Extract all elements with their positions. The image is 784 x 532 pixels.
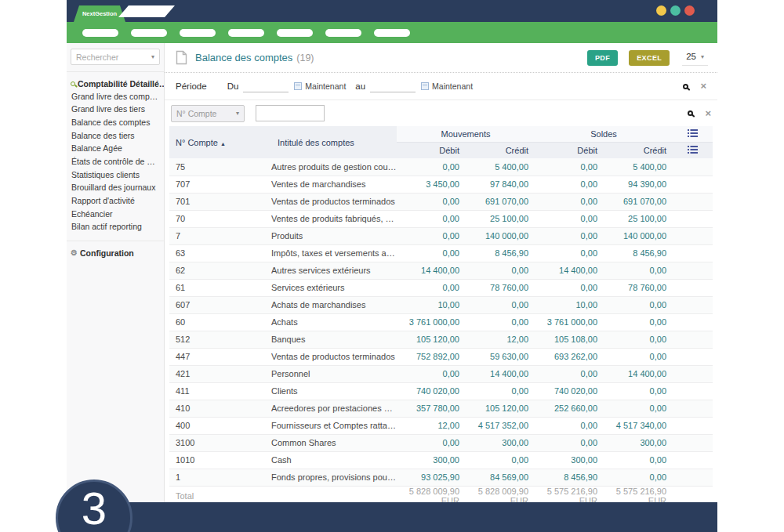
brand-tab[interactable]: NextGestion (74, 5, 125, 22)
nav-item-redacted[interactable] (131, 29, 167, 37)
sidebar-item[interactable]: Rapport d'activité (67, 195, 164, 208)
movements-credit-header[interactable]: Crédit (466, 142, 535, 158)
table-row[interactable]: 512 Banques 105 120,00 12,00 105 108,00 … (169, 331, 713, 348)
label-column-header[interactable]: Intitulé des comptes (271, 126, 397, 158)
table-row[interactable]: 421 Personnel 0,00 14 400,00 0,00 14 400… (169, 365, 713, 382)
page-size-select[interactable]: 25 ▾ (682, 49, 708, 66)
excel-export-button[interactable]: EXCEL (629, 50, 670, 66)
table-row[interactable]: 75 Autres produits de gestion cour… 0,00… (169, 158, 713, 176)
table-row[interactable]: 410 Acreedores por prestaciones d… 357 7… (169, 400, 713, 417)
table-row[interactable]: 607 Achats de marchandises 10,00 0,00 10… (169, 296, 713, 313)
clear-icon[interactable]: × (705, 110, 711, 118)
nav-item-redacted[interactable] (325, 29, 361, 37)
nav-item-redacted[interactable] (374, 29, 410, 37)
movements-debit-cell: 0,00 (397, 279, 466, 296)
balances-credit-cell: 0,00 (604, 348, 673, 365)
movements-credit-cell: 84 569,00 (466, 469, 535, 486)
account-cell: 701 (169, 193, 271, 210)
sidebar-item-configuration[interactable]: ⚙ Configuration (67, 247, 164, 259)
table-row[interactable]: 400 Fournisseurs et Comptes rattac… 12,0… (169, 417, 713, 434)
sidebar-search-select[interactable]: Rechercher ▾ (71, 49, 160, 65)
label-cell: Ventas de productos terminados (271, 193, 397, 210)
sidebar-item[interactable]: Bilan actif reporting (67, 221, 164, 234)
table-row[interactable]: 447 Ventas de productos terminados 752 8… (169, 348, 713, 365)
table-row[interactable]: 1010 Cash 300,00 0,00 300,00 0,00 (169, 451, 713, 469)
sidebar-item[interactable]: États de contrôle de caisse (67, 155, 164, 168)
calendar-icon[interactable] (421, 82, 429, 90)
footer-bar (67, 502, 717, 532)
table-row[interactable]: 1 Fonds propres, provisions pour … 93 02… (169, 469, 713, 486)
filter-search-input[interactable] (256, 105, 325, 121)
balances-credit-cell: 0,00 (604, 400, 673, 417)
calendar-icon[interactable] (294, 82, 302, 90)
label-cell: Ventes de marchandises (271, 176, 397, 193)
table-row[interactable]: 62 Autres services extérieurs 14 400,00 … (169, 262, 713, 279)
table-row[interactable]: 60 Achats 3 761 000,00 0,00 3 761 000,00… (169, 313, 713, 331)
sidebar-item[interactable]: Balance des comptes (67, 116, 164, 129)
table-row[interactable]: 3100 Common Shares 0,00 300,00 0,00 300,… (169, 434, 713, 451)
sidebar-item[interactable]: Grand livre des tiers (67, 103, 164, 117)
balances-credit-cell: 0,00 (604, 262, 673, 279)
movements-debit-cell: 0,00 (397, 244, 466, 262)
balances-credit-header[interactable]: Crédit (604, 142, 673, 158)
table-row[interactable]: 701 Ventas de productos terminados 0,00 … (169, 193, 713, 210)
sidebar-section-comptabilite[interactable]: Comptabilité Détaillé… (67, 78, 164, 90)
clear-icon[interactable]: × (700, 82, 706, 90)
nav-item-redacted[interactable] (82, 29, 118, 37)
movements-debit-cell: 357 780,00 (397, 400, 466, 417)
balances-debit-cell: 0,00 (535, 434, 604, 451)
label-cell: Personnel (271, 365, 397, 382)
filter-column-value: N° Compte (176, 109, 216, 118)
yellow-dot-icon (656, 5, 666, 16)
sidebar-item[interactable]: Balance Agée (67, 143, 164, 156)
movements-credit-cell: 59 630,00 (466, 348, 535, 365)
table-row[interactable]: 63 Impôts, taxes et versements as… 0,00 … (169, 244, 713, 262)
table-row[interactable]: 411 Clients 740 020,00 0,00 740 020,00 0… (169, 382, 713, 400)
page-title: Balance des comptes (195, 52, 292, 63)
movements-credit-cell: 0,00 (466, 262, 535, 279)
sidebar-item[interactable]: Brouillard des journaux (67, 182, 164, 195)
nav-item-redacted[interactable] (277, 29, 313, 37)
sidebar-item[interactable]: Echéancier (67, 208, 164, 221)
table-row[interactable]: 7 Produits 0,00 140 000,00 0,00 140 000,… (169, 227, 713, 244)
sidebar-item[interactable]: Balance des tiers (67, 129, 164, 143)
to-label: au (355, 81, 365, 91)
balances-credit-cell: 8 456,90 (604, 244, 673, 262)
table-row[interactable]: 61 Services extérieurs 0,00 78 760,00 0,… (169, 279, 713, 296)
column-settings-button[interactable] (673, 142, 713, 158)
table-row[interactable]: 707 Ventes de marchandises 3 450,00 97 8… (169, 176, 713, 193)
chevron-down-icon: ▾ (151, 53, 154, 60)
movements-debit-header[interactable]: Débit (397, 142, 466, 158)
sidebar-item[interactable]: Grand livre des comptes (67, 90, 164, 103)
balances-debit-cell: 0,00 (535, 210, 604, 227)
search-icon[interactable] (683, 84, 688, 89)
chevron-down-icon: ▾ (701, 53, 704, 60)
movements-debit-cell: 0,00 (397, 434, 466, 451)
label-cell: Produits (271, 227, 397, 244)
period-to-input[interactable] (370, 81, 416, 92)
table-row[interactable]: 70 Ventes de produits fabriqués, pr… 0,0… (169, 210, 713, 227)
movements-debit-cell: 3 761 000,00 (397, 313, 466, 331)
nav-item-redacted[interactable] (228, 29, 264, 37)
label-cell: Ventes de produits fabriqués, pr… (271, 210, 397, 227)
pdf-export-button[interactable]: PDF (587, 50, 618, 66)
period-label: Période (176, 81, 207, 91)
balances-debit-cell: 252 660,00 (535, 400, 604, 417)
period-from-input[interactable] (243, 81, 289, 92)
balances-credit-cell: 4 517 340,00 (604, 417, 673, 434)
column-settings-button[interactable] (673, 126, 713, 142)
account-column-header[interactable]: N° Compte ▲ (169, 126, 271, 158)
sidebar-item[interactable]: Statistiques clients (67, 168, 164, 182)
label-cell: Fonds propres, provisions pour … (271, 469, 397, 486)
nav-item-redacted[interactable] (180, 29, 216, 37)
filter-column-select[interactable]: N° Compte ▾ (171, 105, 245, 122)
magnifier-icon (71, 81, 75, 86)
balances-debit-header[interactable]: Débit (535, 142, 604, 158)
secondary-tab-redacted[interactable] (118, 5, 175, 17)
search-icon[interactable] (688, 110, 693, 116)
movements-debit-cell: 0,00 (397, 193, 466, 210)
table-body: 75 Autres produits de gestion cour… 0,00… (169, 158, 713, 486)
movements-debit-cell: 740 020,00 (397, 382, 466, 400)
column-filter-row: N° Compte ▾ × (165, 100, 717, 126)
label-cell: Acreedores por prestaciones d… (271, 400, 397, 417)
